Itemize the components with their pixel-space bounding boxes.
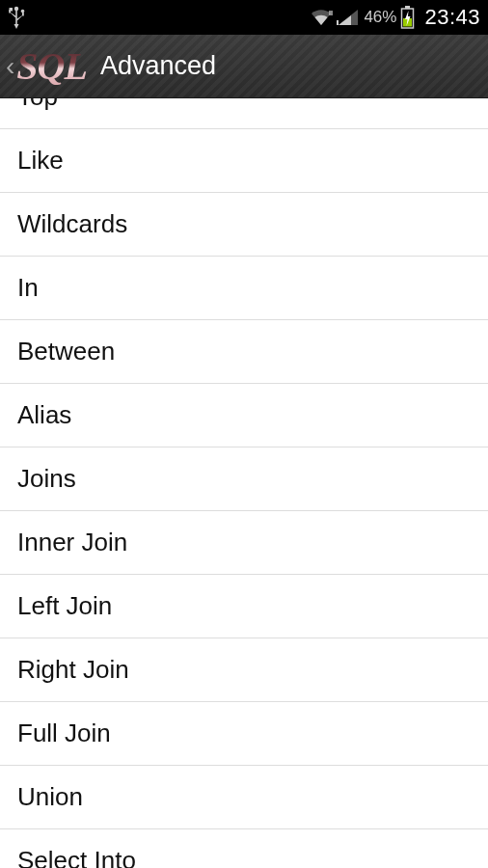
list-item[interactable]: Like [0, 129, 488, 193]
list-item[interactable]: Right Join [0, 638, 488, 702]
list-item[interactable]: Top [0, 98, 488, 129]
list-item[interactable]: Select Into [0, 829, 488, 868]
usb-icon [8, 5, 25, 30]
back-icon[interactable]: ‹ [6, 51, 14, 82]
list-item-label: Like [17, 146, 64, 176]
status-clock: 23:43 [424, 5, 480, 30]
page-title: Advanced [100, 51, 216, 81]
svg-rect-2 [10, 8, 14, 12]
list-item[interactable]: Joins [0, 448, 488, 511]
svg-rect-4 [337, 20, 339, 25]
list-item-label: Between [17, 337, 115, 366]
battery-charging-icon [400, 6, 415, 29]
list-item[interactable]: Alias [0, 384, 488, 448]
app-logo[interactable]: SQL [16, 47, 87, 86]
list-item-label: Select Into [17, 846, 136, 868]
wifi-icon [310, 8, 333, 27]
app-header: ‹ SQL Advanced [0, 35, 488, 98]
list-item[interactable]: Between [0, 320, 488, 384]
svg-point-3 [21, 10, 25, 14]
list-item-label: Full Join [17, 719, 111, 748]
list-item-label: Left Join [17, 591, 112, 621]
topics-list[interactable]: Top Like Wildcards In Between Alias Join… [0, 98, 488, 868]
status-bar: 46% 23:43 [0, 0, 488, 35]
list-item[interactable]: Full Join [0, 702, 488, 766]
battery-percent: 46% [364, 8, 396, 27]
list-item-label: Alias [17, 400, 71, 430]
list-item-label: Inner Join [17, 528, 127, 557]
list-item-label: Right Join [17, 655, 129, 685]
signal-icon [337, 8, 358, 27]
list-item[interactable]: Union [0, 766, 488, 829]
list-item-label: In [17, 273, 39, 303]
list-item-label: Wildcards [17, 209, 127, 239]
list-item-label: Top [17, 98, 58, 112]
list-item[interactable]: Left Join [0, 575, 488, 638]
list-item[interactable]: Inner Join [0, 511, 488, 575]
list-item-label: Union [17, 782, 83, 812]
list-item-label: Joins [17, 464, 76, 494]
list-item[interactable]: In [0, 257, 488, 320]
list-item[interactable]: Wildcards [0, 193, 488, 257]
